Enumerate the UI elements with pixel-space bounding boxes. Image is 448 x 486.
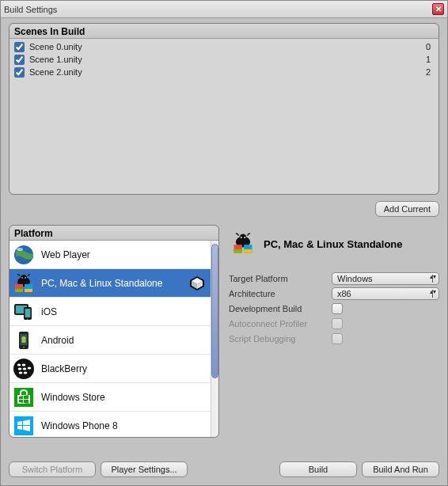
development-build-checkbox[interactable] — [332, 303, 343, 314]
svg-point-25 — [22, 363, 26, 366]
scene-index: 1 — [426, 55, 434, 64]
svg-point-28 — [28, 366, 32, 369]
field-target-platform: Target Platform Windows ▴▾ — [229, 271, 439, 286]
standalone-icon — [230, 231, 256, 256]
field-label: Autoconnect Profiler — [229, 319, 332, 328]
svg-rect-17 — [25, 309, 31, 317]
platform-item-android[interactable]: Android — [9, 326, 211, 355]
scenes-in-build-header: Scenes In Build — [9, 24, 439, 39]
platform-item-windows-store[interactable]: Windows Store — [9, 383, 211, 412]
svg-point-24 — [17, 363, 21, 366]
platform-header: Platform — [9, 226, 218, 241]
button-label: Switch Platform — [22, 465, 82, 474]
svg-point-26 — [18, 367, 22, 370]
field-label: Target Platform — [229, 274, 332, 283]
button-label: Player Settings... — [111, 465, 177, 474]
platform-item-label: iOS — [41, 306, 57, 317]
android-icon — [13, 329, 35, 351]
scene-name: Scene 0.unity — [29, 42, 82, 51]
close-icon: ✕ — [435, 5, 442, 13]
svg-point-4 — [25, 277, 26, 279]
svg-rect-21 — [22, 339, 26, 343]
web-player-icon — [13, 244, 35, 266]
svg-point-22 — [23, 346, 25, 347]
build-button[interactable]: Build — [279, 461, 357, 477]
architecture-dropdown[interactable]: x86 ▴▾ — [332, 287, 439, 300]
platform-item-ios[interactable]: iOS — [9, 298, 211, 326]
window-title: Build Settings — [4, 5, 57, 14]
svg-rect-47 — [234, 249, 242, 253]
close-button[interactable]: ✕ — [432, 3, 444, 15]
scene-checkbox[interactable] — [14, 67, 25, 78]
platform-item-windows-phone[interactable]: Windows Phone 8 — [9, 412, 211, 437]
details-header: PC, Mac & Linux Standalone — [229, 231, 439, 256]
scene-index: 0 — [426, 42, 434, 51]
platform-item-standalone[interactable]: PC, Mac & Linux Standalone — [9, 269, 211, 298]
field-label: Architecture — [229, 289, 332, 298]
field-autoconnect-profiler: Autoconnect Profiler — [229, 316, 439, 331]
titlebar: Build Settings ✕ — [1, 1, 447, 18]
svg-rect-48 — [244, 249, 252, 253]
script-debugging-checkbox — [332, 333, 343, 344]
field-script-debugging: Script Debugging — [229, 331, 439, 346]
svg-point-43 — [241, 237, 242, 238]
platform-details: PC, Mac & Linux Standalone Target Platfo… — [229, 225, 439, 438]
details-title: PC, Mac & Linux Standalone — [264, 238, 403, 250]
platform-item-label: Windows Store — [41, 392, 105, 403]
platform-panel: Platform Web Player — [9, 225, 219, 438]
button-label: Build — [309, 465, 328, 474]
scene-row[interactable]: Scene 2.unity 2 — [9, 66, 439, 78]
platform-item-label: Web Player — [41, 249, 90, 260]
add-current-button[interactable]: Add Current — [375, 201, 439, 217]
svg-point-3 — [21, 277, 23, 279]
svg-point-30 — [24, 371, 28, 374]
svg-point-44 — [244, 237, 245, 238]
platform-item-web-player[interactable]: Web Player — [9, 241, 211, 269]
svg-rect-9 — [15, 289, 23, 292]
platform-list[interactable]: Web Player — [9, 241, 211, 437]
scene-row[interactable]: Scene 0.unity 0 — [9, 40, 439, 53]
platform-item-label: Windows Phone 8 — [41, 420, 118, 431]
field-label: Development Build — [229, 304, 332, 313]
platform-item-label: BlackBerry — [41, 363, 87, 374]
svg-point-29 — [19, 371, 23, 374]
field-architecture: Architecture x86 ▴▾ — [229, 286, 439, 301]
button-label: Build And Run — [373, 465, 428, 474]
dropdown-arrows-icon: ▴▾ — [430, 290, 436, 294]
dropdown-value: Windows — [337, 274, 373, 283]
scenes-list[interactable]: Scene 0.unity 0 Scene 1.unity 1 Scene 2.… — [9, 39, 439, 194]
scrollbar-thumb[interactable] — [211, 244, 218, 378]
unity-logo-icon — [188, 275, 206, 292]
platform-item-label: Android — [41, 335, 74, 346]
player-settings-button[interactable]: Player Settings... — [101, 461, 188, 477]
windows-store-icon — [13, 386, 35, 408]
autoconnect-profiler-checkbox — [332, 318, 343, 329]
dropdown-arrows-icon: ▴▾ — [430, 275, 436, 279]
blackberry-icon — [13, 358, 35, 380]
switch-platform-button[interactable]: Switch Platform — [9, 461, 96, 477]
scene-checkbox[interactable] — [14, 42, 25, 52]
ios-icon — [13, 301, 35, 323]
platform-item-label: PC, Mac & Linux Standalone — [41, 278, 162, 289]
svg-point-1 — [17, 248, 23, 251]
scenes-in-build-panel: Scenes In Build Scene 0.unity 0 Scene 1.… — [9, 23, 439, 195]
bottom-button-row: Switch Platform Player Settings... Build… — [9, 461, 439, 477]
svg-point-18 — [27, 318, 28, 320]
scene-checkbox[interactable] — [14, 55, 25, 65]
scene-name: Scene 1.unity — [29, 55, 82, 64]
field-development-build: Development Build — [229, 301, 439, 316]
scene-name: Scene 2.unity — [29, 67, 82, 77]
build-and-run-button[interactable]: Build And Run — [362, 461, 439, 477]
platform-scrollbar[interactable] — [211, 241, 218, 437]
standalone-icon — [13, 272, 35, 294]
scene-row[interactable]: Scene 1.unity 1 — [9, 53, 439, 66]
scene-index: 2 — [426, 67, 434, 77]
field-label: Script Debugging — [229, 334, 332, 344]
windows-phone-icon — [13, 415, 35, 437]
svg-rect-8 — [25, 289, 32, 292]
add-current-label: Add Current — [384, 204, 431, 214]
platform-item-blackberry[interactable]: BlackBerry — [9, 355, 211, 383]
svg-point-27 — [23, 367, 27, 370]
target-platform-dropdown[interactable]: Windows ▴▾ — [332, 272, 439, 285]
dropdown-value: x86 — [337, 289, 351, 298]
